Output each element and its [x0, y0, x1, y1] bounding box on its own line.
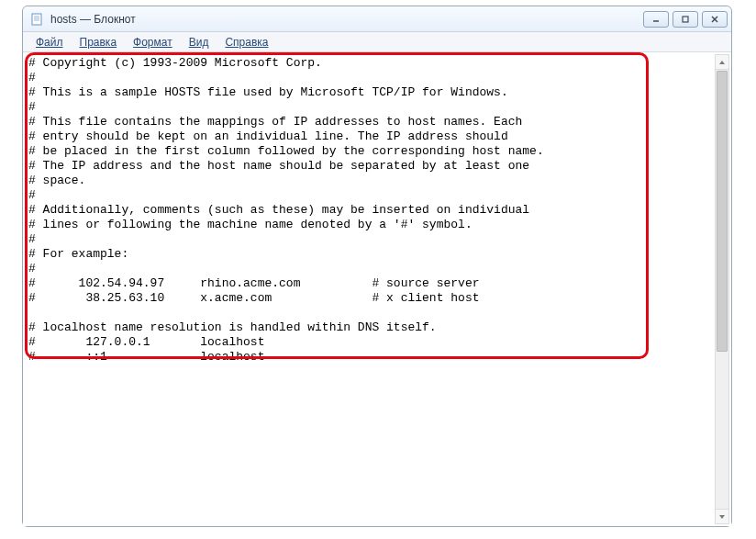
- menu-help[interactable]: Справка: [217, 34, 275, 51]
- svg-rect-0: [32, 14, 41, 25]
- menu-file[interactable]: Файл: [28, 34, 71, 51]
- notepad-icon: [30, 12, 45, 27]
- window-controls: [643, 11, 728, 28]
- menu-view[interactable]: Вид: [182, 34, 217, 51]
- maximize-button[interactable]: [673, 11, 698, 28]
- scroll-thumb[interactable]: [717, 71, 728, 352]
- menu-format[interactable]: Формат: [126, 34, 180, 51]
- notepad-window: hosts — Блокнот Файл Правка Формат Вид С…: [22, 6, 732, 527]
- minimize-button[interactable]: [643, 11, 669, 28]
- svg-marker-9: [719, 515, 725, 519]
- scroll-down-button[interactable]: [716, 509, 728, 523]
- menu-edit[interactable]: Правка: [72, 34, 125, 51]
- vertical-scrollbar[interactable]: [715, 54, 729, 524]
- menubar: Файл Правка Формат Вид Справка: [23, 32, 731, 52]
- text-editor[interactable]: # Copyright (c) 1993-2009 Microsoft Corp…: [28, 56, 713, 522]
- svg-marker-8: [719, 61, 725, 64]
- window-title: hosts — Блокнот: [50, 13, 643, 26]
- close-button[interactable]: [702, 11, 728, 28]
- client-area: # Copyright (c) 1993-2009 Microsoft Corp…: [23, 52, 731, 526]
- svg-rect-5: [683, 17, 688, 22]
- scroll-up-button[interactable]: [716, 55, 728, 70]
- titlebar[interactable]: hosts — Блокнот: [23, 6, 731, 32]
